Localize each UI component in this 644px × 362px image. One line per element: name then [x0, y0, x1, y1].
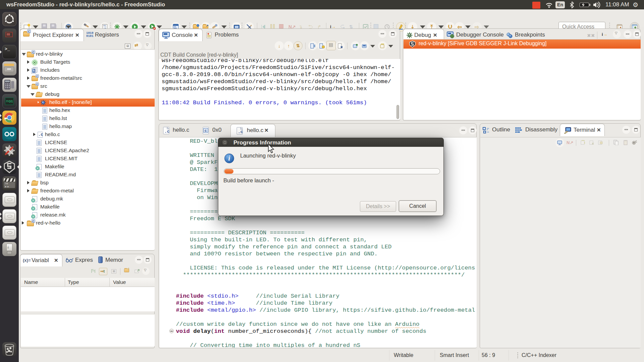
svg-text:.c: .c [238, 129, 243, 134]
svg-text:c: c [205, 129, 207, 133]
svg-text:.c: .c [164, 129, 170, 134]
